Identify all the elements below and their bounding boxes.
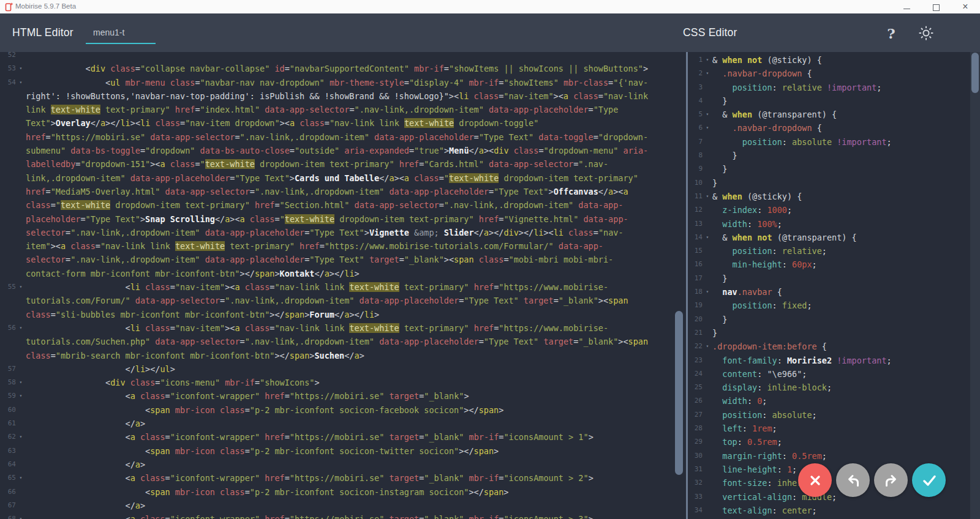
discard-changes-button[interactable] [798, 463, 832, 497]
fold-arrow-icon[interactable]: ▾ [703, 285, 712, 299]
code-row[interactable]: item"><a class="nav-link link text-white… [0, 239, 671, 253]
code-row[interactable]: labelledby="dropdown-151"><a class="text… [0, 157, 671, 171]
code-row[interactable]: 18▾ nav.navbar { [689, 285, 980, 299]
code-row[interactable]: 16 min-height: 60px; [689, 258, 980, 271]
close-window-button[interactable]: × [951, 0, 980, 13]
code-row[interactable]: 5▾ & when (@transparent) { [689, 108, 980, 121]
code-row[interactable]: 6▾ .navbar-dropdown { [689, 121, 980, 135]
code-row[interactable]: 26 width: 0; [689, 394, 980, 408]
code-row[interactable]: 7 position: absolute !important; [689, 135, 980, 149]
settings-button[interactable] [917, 24, 935, 42]
code-row[interactable]: placeholder="Type Text">Snap Scrolling</… [0, 212, 671, 226]
code-row[interactable]: link text-white text-primary" href="inde… [0, 103, 671, 116]
code-row[interactable]: 8 } [689, 149, 980, 162]
undo-button[interactable] [836, 463, 870, 497]
code-row[interactable]: 22▾.dropdown-item:before { [689, 340, 980, 353]
code-row[interactable]: 27 position: absolute; [689, 408, 980, 422]
pane-splitter[interactable] [686, 52, 688, 519]
code-row[interactable]: 14▾ & when not (@transparent) { [689, 231, 980, 244]
code-row[interactable]: 53▾ <div class="collapse navbar-collapse… [0, 62, 671, 75]
fold-arrow-icon[interactable]: ▾ [703, 231, 712, 244]
code-row[interactable]: 30 margin-right: 0.5rem; [689, 449, 980, 463]
code-row[interactable]: Text">Overlay</a></li><li class="nav-ite… [0, 116, 671, 130]
code-row[interactable]: 3 position: relative !important; [689, 81, 980, 94]
minimize-button[interactable] [892, 0, 921, 13]
code-row[interactable]: 24 content: "\e966"; [689, 367, 980, 381]
code-row[interactable]: 54▾ <ul mbr-menu class="navbar-nav nav-d… [0, 76, 671, 89]
code-row[interactable]: 10} [689, 176, 980, 190]
code-row[interactable]: class="mbrib-search mbr-iconfont mbr-ico… [0, 349, 671, 362]
code-row[interactable]: 28 left: 1rem; [689, 422, 980, 435]
fold-arrow-icon[interactable]: ▾ [16, 321, 26, 335]
code-row[interactable]: submenu" data-bs-toggle="dropdown" data-… [0, 144, 671, 157]
fold-arrow-icon[interactable]: ▾ [16, 512, 26, 519]
fold-arrow-icon[interactable]: ▾ [703, 121, 712, 135]
code-row[interactable]: 21} [689, 326, 980, 340]
fold-arrow-icon[interactable]: ▾ [703, 53, 712, 67]
code-row[interactable]: tutorials.com/Forum/" data-app-selector=… [0, 294, 671, 307]
code-row[interactable]: 19 position: fixed; [689, 299, 980, 312]
code-row[interactable]: class="sli-bubbles mbr-iconfont mbr-icon… [0, 308, 671, 321]
code-row[interactable]: 57 </li></ul> [0, 362, 671, 376]
css-scrollbar-track[interactable] [970, 52, 980, 519]
code-row[interactable]: 34 text-align: center; [689, 504, 980, 517]
code-row[interactable]: 67 </a> [0, 499, 671, 512]
code-row[interactable]: 2▾ .navbar-dropdown { [689, 67, 980, 80]
code-row[interactable]: contact-form mbr-iconfont mbr-iconfont-b… [0, 267, 671, 280]
apply-changes-button[interactable] [912, 463, 946, 497]
fold-arrow-icon[interactable]: ▾ [703, 108, 712, 121]
code-row[interactable]: 9 } [689, 162, 980, 176]
code-row[interactable]: tutorials.com/Suchen.php" data-app-selec… [0, 335, 671, 348]
fold-arrow-icon[interactable]: ▾ [16, 376, 26, 389]
code-row[interactable]: 64 </a> [0, 458, 671, 471]
code-row[interactable]: 68▾ <a class="iconfont-wrapper" href="ht… [0, 512, 671, 519]
css-scrollbar-thumb[interactable] [971, 53, 979, 93]
code-row[interactable]: 52 [0, 52, 671, 62]
code-row[interactable]: 60 <span mbr-icon class="p-2 mbr-iconfon… [0, 403, 671, 417]
code-row[interactable]: 1▾& when not (@sticky) { [689, 53, 980, 67]
code-row[interactable]: 59▾ <a class="iconfont-wrapper" href="ht… [0, 389, 671, 403]
code-row[interactable]: link,.dropdown-item" data-app-placeholde… [0, 171, 671, 185]
code-row[interactable]: 66 <span mbr-icon class="p-2 mbr-iconfon… [0, 485, 671, 499]
code-row[interactable]: 12 z-index: 1000; [689, 203, 980, 217]
code-row[interactable]: 25 display: inline-block; [689, 381, 980, 394]
code-row[interactable]: href="MediaM5-Overlay.html" data-app-sel… [0, 185, 671, 198]
code-row[interactable]: selector=".nav-link,.dropdown-item" data… [0, 226, 671, 239]
code-row[interactable]: 11▾& when (@sticky) { [689, 190, 980, 203]
code-row[interactable]: 55▾ <li class="nav-item"><a class="nav-l… [0, 280, 671, 294]
fold-arrow-icon[interactable]: ▾ [16, 62, 26, 75]
fold-arrow-icon[interactable]: ▾ [16, 76, 26, 89]
fold-arrow-icon[interactable]: ▾ [16, 280, 26, 294]
code-row[interactable]: 29 top: 0.5rem; [689, 435, 980, 449]
code-row[interactable]: 4 } [689, 94, 980, 108]
fold-arrow-icon[interactable]: ▾ [703, 340, 712, 353]
code-row[interactable]: 56▾ <li class="nav-item"><a class="nav-l… [0, 321, 671, 335]
code-row[interactable]: 63 <span mbr-icon class="p-2 mbr-iconfon… [0, 444, 671, 458]
code-row[interactable]: class="text-white dropdown-item text-pri… [0, 198, 671, 212]
code-row[interactable]: right': !showButtons,'navbar-nav-top-pad… [0, 89, 671, 103]
code-row[interactable]: selector=".nav-link,.dropdown-item" data… [0, 253, 671, 266]
code-row[interactable]: 61 </a> [0, 417, 671, 430]
html-editor-title: HTML Editor [12, 26, 74, 39]
code-row[interactable]: 13 width: 100%; [689, 217, 980, 231]
restore-button[interactable] [921, 0, 951, 13]
html-editor-pane[interactable]: 5253▾ <div class="collapse navbar-collap… [0, 52, 671, 519]
redo-button[interactable] [874, 463, 908, 497]
tab-menu1-t[interactable]: menu1-t [86, 22, 156, 43]
html-scrollbar-thumb[interactable] [675, 311, 683, 475]
help-button[interactable]: ? [882, 24, 900, 42]
fold-arrow-icon[interactable]: ▾ [703, 67, 712, 80]
code-row[interactable]: href="https://mobiri.se" data-app-select… [0, 130, 671, 144]
fold-arrow-icon[interactable]: ▾ [16, 389, 26, 403]
code-row[interactable]: 62▾ <a class="iconfont-wrapper" href="ht… [0, 430, 671, 444]
code-row[interactable]: 23 font-family: Moririse2 !important; [689, 354, 980, 367]
code-row[interactable]: 15 position: relative; [689, 244, 980, 258]
code-row[interactable]: 17 } [689, 272, 980, 285]
fold-arrow-icon[interactable]: ▾ [16, 471, 26, 485]
fold-arrow-icon[interactable]: ▾ [703, 190, 712, 203]
css-editor-pane[interactable]: 1▾& when not (@sticky) {2▾ .navbar-dropd… [689, 52, 980, 519]
fold-arrow-icon[interactable]: ▾ [16, 430, 26, 444]
code-row[interactable]: 58▾ <div class="icons-menu" mbr-if="show… [0, 376, 671, 389]
code-row[interactable]: 20 } [689, 313, 980, 326]
code-row[interactable]: 65▾ <a class="iconfont-wrapper" href="ht… [0, 471, 671, 485]
